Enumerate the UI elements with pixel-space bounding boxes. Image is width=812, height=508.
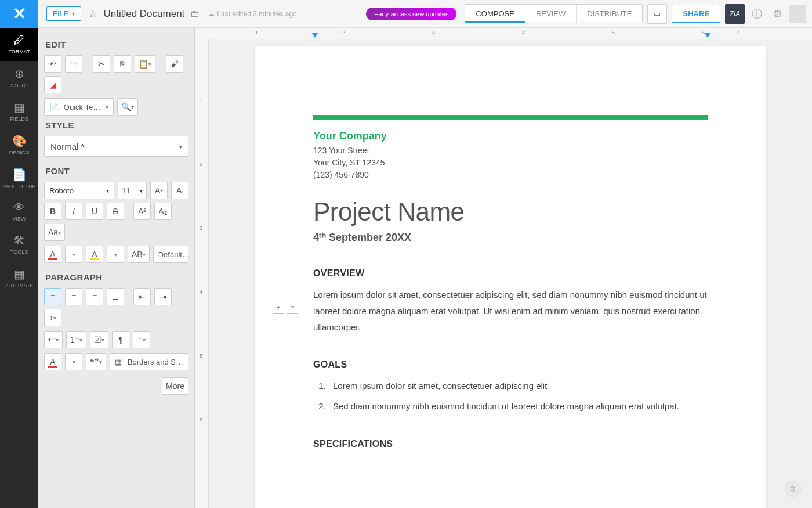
- goal-item[interactable]: Lorem ipsum dolor sit amet, consectetuer…: [328, 378, 708, 395]
- cut-button[interactable]: ✂: [93, 55, 110, 73]
- gutter-add-button[interactable]: +: [273, 302, 284, 314]
- checklist-button[interactable]: ☑▾: [90, 331, 108, 348]
- vertical-ruler[interactable]: 1 2 3 4 5 6: [195, 39, 209, 508]
- nav-design[interactable]: 🎨 DESIGN: [0, 128, 38, 162]
- direction-icon: ≡: [137, 335, 142, 344]
- address-city[interactable]: Your City, ST 12345: [313, 157, 708, 169]
- shading-dropdown[interactable]: ▾: [65, 353, 82, 370]
- document-title[interactable]: Untitled Document: [103, 8, 184, 20]
- tab-compose[interactable]: COMPOSE: [465, 5, 525, 23]
- undo-button[interactable]: ↶: [44, 55, 61, 73]
- paragraph-shading-button[interactable]: A: [44, 353, 61, 370]
- goals-list[interactable]: Lorem ipsum dolor sit amet, consectetuer…: [328, 378, 708, 415]
- redo-button[interactable]: ↷: [65, 55, 82, 73]
- favorite-star-icon[interactable]: ☆: [88, 8, 97, 20]
- user-avatar[interactable]: [789, 5, 806, 23]
- goal-item[interactable]: Sed diam nonummy nibh euismod tincidunt …: [328, 398, 708, 415]
- font-color-button[interactable]: A: [44, 246, 61, 263]
- ruler-marker-left[interactable]: [312, 33, 318, 38]
- page-scroll[interactable]: + ≡ Your Company 123 Your Street Your Ci…: [209, 39, 812, 508]
- whiteboard-icon[interactable]: ▭: [647, 4, 667, 24]
- heading-specifications[interactable]: SPECIFICATIONS: [313, 439, 708, 449]
- more-button[interactable]: More: [162, 377, 188, 395]
- paste-button[interactable]: 📋▾: [135, 55, 155, 73]
- app-logo-icon[interactable]: ✕: [0, 0, 38, 28]
- project-date[interactable]: 4ᵗʰ September 20XX: [313, 231, 708, 244]
- chevron-down-icon: ▾: [56, 337, 59, 343]
- company-name[interactable]: Your Company: [313, 130, 708, 142]
- case-button[interactable]: Aa▾: [44, 224, 65, 241]
- nav-tools[interactable]: 🛠 TOOLS: [0, 228, 38, 261]
- subscript-button[interactable]: A₂: [154, 203, 172, 220]
- bold-button[interactable]: B: [44, 203, 61, 220]
- line-spacing-button[interactable]: ↕▾: [44, 309, 61, 326]
- borders-shading-button[interactable]: ▦ Borders and S…: [110, 353, 188, 370]
- nav-page-setup[interactable]: 📄 PAGE SETUP: [0, 162, 38, 196]
- font-size-select[interactable]: 11 ▾: [118, 182, 147, 199]
- nav-automate[interactable]: ▦ AUTOMATE: [0, 261, 38, 295]
- project-title[interactable]: Project Name: [313, 197, 708, 226]
- redo-icon: ↷: [70, 59, 77, 69]
- file-menu-label: FILE: [53, 9, 68, 18]
- font-family-select[interactable]: Roboto ▾: [44, 182, 114, 199]
- nav-view[interactable]: 👁 VIEW: [0, 195, 38, 228]
- default-font-button[interactable]: Default…: [153, 246, 188, 263]
- zia-assistant-button[interactable]: ZIA: [725, 4, 745, 24]
- find-replace-button[interactable]: 🔍▾: [117, 98, 138, 116]
- horizontal-ruler[interactable]: 1 2 3 4 5 6 7: [209, 28, 812, 39]
- nav-fields[interactable]: ▦ FIELDS: [0, 95, 38, 128]
- chevron-down-icon: ▾: [72, 10, 75, 17]
- heading-overview[interactable]: OVERVIEW: [313, 268, 708, 279]
- highlight-dropdown[interactable]: ▾: [107, 246, 124, 263]
- address-street[interactable]: 123 Your Street: [313, 145, 708, 157]
- indent-decrease-button[interactable]: ⇤: [133, 288, 151, 305]
- quick-text-dropdown[interactable]: 📄 Quick Te… ▾: [44, 98, 114, 116]
- number-list-button[interactable]: 1≡▾: [66, 331, 86, 348]
- font-color-dropdown[interactable]: ▾: [65, 246, 82, 263]
- borders-icon: ▦: [115, 358, 122, 366]
- nav-format[interactable]: 🖊 FORMAT: [0, 28, 38, 61]
- highlight-button[interactable]: A: [86, 246, 103, 263]
- align-right-button[interactable]: ≡: [86, 288, 103, 305]
- settings-gear-icon[interactable]: ⚙: [769, 5, 786, 23]
- underline-button[interactable]: U: [86, 203, 103, 220]
- info-icon[interactable]: ⓘ: [748, 5, 766, 23]
- address-phone[interactable]: (123) 456-7890: [313, 169, 708, 181]
- align-left-button[interactable]: ≡: [44, 288, 61, 305]
- gutter-list-button[interactable]: ≡: [287, 302, 298, 314]
- style-select[interactable]: Normal * ▾: [44, 136, 188, 157]
- scroll-jump-button[interactable]: ⇳: [784, 480, 802, 498]
- folder-icon[interactable]: 🗀: [190, 9, 200, 19]
- shading-icon: A: [50, 357, 55, 366]
- copy-button[interactable]: ⎘: [114, 55, 131, 73]
- nav-insert[interactable]: ⊕ INSERT: [0, 61, 38, 95]
- paragraph-mark-button[interactable]: ¶: [112, 331, 129, 348]
- format-painter-button[interactable]: 🖌: [166, 55, 183, 73]
- font-increase-button[interactable]: A+: [150, 182, 168, 199]
- text-direction-button[interactable]: ≡▾: [133, 331, 150, 348]
- strikethrough-button[interactable]: S: [107, 203, 124, 220]
- align-justify-button[interactable]: ≣: [107, 288, 124, 305]
- early-access-pill[interactable]: Early-access new updates: [366, 8, 456, 20]
- italic-button[interactable]: I: [65, 203, 82, 220]
- char-spacing-button[interactable]: AB▾: [128, 246, 150, 263]
- file-menu-button[interactable]: FILE ▾: [46, 6, 81, 21]
- clear-format-button[interactable]: ◢: [44, 76, 61, 93]
- tab-distribute[interactable]: DISTRIBUTE: [577, 5, 642, 23]
- superscript-button[interactable]: A²: [133, 203, 151, 220]
- chevron-down-icon: ▾: [140, 188, 143, 194]
- ruler-marker-right[interactable]: [705, 33, 710, 38]
- share-button[interactable]: SHARE: [672, 5, 720, 23]
- overview-body[interactable]: Lorem ipsum dolor sit amet, consectetuer…: [313, 287, 708, 335]
- quote-button[interactable]: ❝❞▾: [86, 353, 106, 370]
- font-decrease-button[interactable]: A-: [171, 182, 188, 199]
- align-center-button[interactable]: ≡: [65, 288, 82, 305]
- left-nav: 🖊 FORMAT ⊕ INSERT ▦ FIELDS 🎨 DESIGN 📄 PA…: [0, 28, 38, 508]
- view-icon: 👁: [13, 201, 25, 214]
- heading-goals[interactable]: GOALS: [313, 359, 708, 370]
- tab-review[interactable]: REVIEW: [525, 5, 577, 23]
- align-center-icon: ≡: [71, 292, 76, 301]
- indent-increase-button[interactable]: ⇥: [154, 288, 172, 305]
- bullet-list-button[interactable]: •≡▾: [44, 331, 63, 348]
- document-page[interactable]: + ≡ Your Company 123 Your Street Your Ci…: [255, 46, 766, 508]
